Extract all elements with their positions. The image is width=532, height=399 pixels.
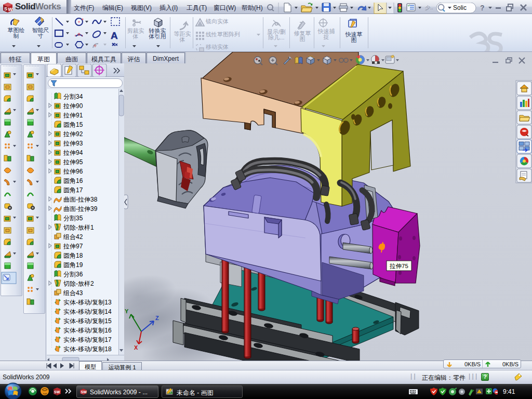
svg-text:Z: Z [155,315,159,321]
svg-text:少..: 少.. [425,5,433,10]
svg-text:X: X [134,344,138,351]
svg-text:W: W [8,7,13,12]
svg-text:S: S [4,6,7,11]
svg-text:SW: SW [54,390,60,394]
svg-text:?: ? [480,4,485,12]
svg-text:A: A [111,30,118,41]
svg-text:Y: Y [125,308,129,314]
svg-text:Solic: Solic [453,4,467,11]
svg-text:SW: SW [81,390,87,394]
svg-text:拉伸75: 拉伸75 [389,263,408,269]
